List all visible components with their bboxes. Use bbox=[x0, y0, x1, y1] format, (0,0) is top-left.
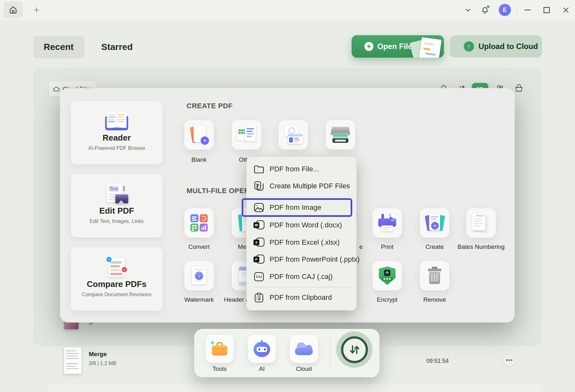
bates-tile[interactable]: 000123 bbox=[466, 208, 496, 238]
tile-label-convert: Convert bbox=[188, 243, 210, 250]
remove-tile[interactable] bbox=[420, 261, 449, 290]
open-file-button[interactable]: + Open File bbox=[352, 35, 444, 58]
word-icon: W bbox=[254, 220, 264, 231]
upload-label: Upload to Cloud bbox=[479, 42, 538, 51]
create-pdf-heading: CREATE PDF bbox=[187, 102, 233, 110]
print-tile[interactable] bbox=[372, 208, 402, 238]
bates-numbering-icon: 000123 bbox=[472, 214, 490, 232]
watermark-icon: ↓ bbox=[191, 266, 207, 285]
caj-icon: CAJ bbox=[254, 271, 264, 282]
reader-card[interactable]: Reader AI-Powered PDF Browse bbox=[71, 101, 162, 164]
tab-recent[interactable]: Recent bbox=[33, 36, 84, 58]
card-title: Reader bbox=[71, 133, 162, 143]
minimize-button[interactable] bbox=[522, 4, 533, 15]
encrypt-tile[interactable]: ✱✱✱ bbox=[372, 261, 402, 290]
chevron-down-icon[interactable] bbox=[463, 5, 473, 15]
plus-icon: + bbox=[364, 42, 373, 51]
create-multi-tile[interactable]: + bbox=[420, 208, 449, 238]
ai-robot-icon bbox=[254, 340, 270, 357]
tile-label-remove: Remove bbox=[423, 296, 446, 303]
convert-tile[interactable] bbox=[184, 208, 214, 238]
file-time: 09:51:54 bbox=[426, 358, 449, 364]
titlebar-divider bbox=[517, 6, 517, 14]
powerpoint-icon: P bbox=[254, 254, 264, 265]
new-tab-button[interactable]: + bbox=[31, 4, 42, 16]
menu-item-label: PDF from Clipboard bbox=[270, 293, 332, 302]
convert-arrows-icon bbox=[341, 336, 368, 363]
open-file-label: Open File bbox=[377, 42, 412, 51]
compare-pdfs-icon: + ✕ bbox=[71, 247, 162, 277]
menu-item-pdf-from-excel[interactable]: X PDF from Excel (.xlsx) bbox=[254, 235, 350, 250]
reader-book-icon bbox=[71, 101, 162, 130]
tile-label-watermark: Watermark bbox=[184, 296, 214, 303]
convert-fab-button[interactable] bbox=[336, 331, 372, 368]
blank-pdf-icon: + bbox=[190, 126, 208, 144]
menu-item-pdf-from-file[interactable]: PDF from File... bbox=[254, 162, 350, 176]
card-title: Compare PDFs bbox=[71, 279, 162, 289]
menu-item-label: Create Multiple PDF Files bbox=[270, 182, 350, 190]
tile-label-blank: Blank bbox=[191, 156, 207, 163]
convert-icon bbox=[190, 214, 208, 232]
menu-item-label: PDF from Image bbox=[270, 203, 321, 212]
titlebar: + E bbox=[0, 0, 575, 20]
close-button[interactable] bbox=[560, 4, 571, 15]
ai-label: AI bbox=[259, 365, 265, 372]
share-tray-icon[interactable] bbox=[514, 83, 524, 94]
account-avatar[interactable]: E bbox=[499, 4, 511, 16]
tile-label-encrypt: Encrypt bbox=[377, 296, 397, 303]
edit-pdf-icon: Text bbox=[71, 174, 162, 203]
toolbox-icon bbox=[211, 341, 228, 356]
excel-icon: X bbox=[254, 237, 264, 248]
clipboard-icon bbox=[254, 292, 264, 303]
tile-label-bates: Bates Numbering bbox=[458, 243, 505, 250]
upload-to-cloud-button[interactable]: ↑ Upload to Cloud bbox=[450, 35, 542, 58]
tools-button[interactable] bbox=[205, 335, 234, 363]
create-id-tile[interactable] bbox=[279, 120, 308, 150]
menu-item-pdf-from-powerpoint[interactable]: P PDF from PowerPoint (.pptx) bbox=[254, 252, 350, 267]
home-tab-button[interactable] bbox=[4, 2, 23, 18]
home-icon bbox=[9, 5, 18, 14]
create-icon: + bbox=[425, 214, 444, 232]
menu-item-create-multiple[interactable]: Create Multiple PDF Files bbox=[254, 179, 350, 193]
tab-starred[interactable]: Starred bbox=[98, 36, 136, 58]
ai-button[interactable] bbox=[248, 335, 276, 363]
encrypt-shield-icon: ✱✱✱ bbox=[379, 266, 396, 285]
card-subtitle: AI-Powered PDF Browse bbox=[71, 145, 162, 151]
trash-icon bbox=[427, 267, 442, 285]
next-file-row-partial bbox=[48, 384, 542, 392]
scanner-icon bbox=[330, 126, 350, 143]
image-icon bbox=[254, 202, 264, 213]
menu-item-label: PDF from PowerPoint (.pptx) bbox=[270, 255, 360, 264]
notification-bell-icon[interactable] bbox=[480, 5, 490, 15]
edit-pdf-card[interactable]: Text Edit PDF Edit Text, Images, Links bbox=[71, 174, 162, 237]
dock-divider bbox=[330, 337, 330, 369]
compare-pdfs-card[interactable]: + ✕ Compare PDFs Compare Document Revisi… bbox=[71, 247, 162, 311]
menu-item-pdf-from-caj[interactable]: CAJ PDF from CAJ (.caj) bbox=[254, 269, 350, 284]
card-title: Edit PDF bbox=[71, 206, 162, 216]
cloud-button[interactable] bbox=[290, 335, 318, 363]
cloud-dock-icon bbox=[295, 342, 313, 355]
menu-item-label: PDF from File... bbox=[270, 165, 319, 173]
create-blank-tile[interactable]: + bbox=[184, 120, 214, 150]
tools-label: Tools bbox=[213, 365, 227, 372]
notification-dot bbox=[487, 5, 489, 8]
watermark-tile[interactable]: ↓ bbox=[184, 261, 214, 290]
create-other-tile[interactable] bbox=[232, 120, 261, 150]
maximize-button[interactable] bbox=[541, 4, 552, 15]
tile-label-print: Print bbox=[381, 243, 393, 250]
print-icon bbox=[378, 214, 396, 232]
menu-separator bbox=[254, 287, 350, 287]
menu-item-label: PDF from Word (.docx) bbox=[270, 221, 342, 229]
cloud-icon bbox=[53, 86, 60, 92]
file-more-button[interactable]: ••• bbox=[503, 354, 515, 366]
file-name: Merge bbox=[89, 351, 107, 358]
id-card-icon bbox=[284, 126, 303, 144]
menu-item-pdf-from-image[interactable]: PDF from Image bbox=[254, 200, 350, 215]
menu-item-pdf-from-clipboard[interactable]: PDF from Clipboard bbox=[254, 290, 350, 305]
tile-label-fragment: e bbox=[359, 243, 363, 250]
cloud-label: Cloud bbox=[296, 365, 312, 372]
upload-arrow-icon: ↑ bbox=[464, 41, 474, 52]
other-formats-icon bbox=[237, 126, 256, 144]
menu-item-pdf-from-word[interactable]: W PDF from Word (.docx) bbox=[254, 218, 350, 233]
create-scanner-tile[interactable] bbox=[326, 120, 355, 150]
